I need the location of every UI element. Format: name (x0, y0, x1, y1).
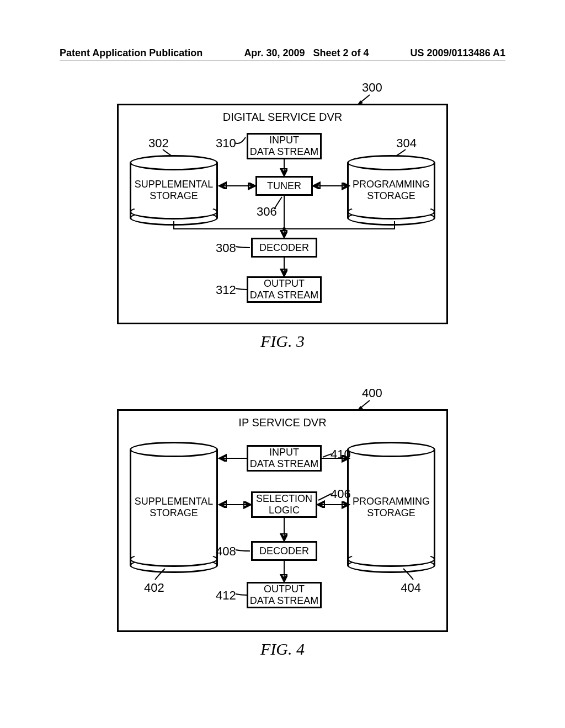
figure-3: 300 DIGITAL SERVICE DVR SUPPLEMENTAL STO… (0, 77, 565, 351)
box-title: DIGITAL SERVICE DVR (119, 105, 446, 127)
pub-number: US 2009/0113486 A1 (411, 47, 505, 59)
digital-service-dvr-box: DIGITAL SERVICE DVR SUPPLEMENTAL STORAGE… (117, 104, 448, 324)
fig4-caption: FIG. 4 (0, 640, 565, 659)
input-block: INPUT DATA STREAM (247, 133, 322, 159)
programming-storage-label: PROGRAMMING STORAGE (353, 179, 430, 201)
ip-service-dvr-box: IP SERVICE DVR SUPPLEMENTAL STORAGE 402 … (117, 409, 448, 632)
ref-402: 402 (144, 581, 164, 595)
programming-storage-cylinder: PROGRAMMING STORAGE (347, 155, 435, 226)
input-block: INPUT DATA STREAM (247, 445, 322, 472)
ref-308: 308 (216, 241, 236, 255)
header-rule (60, 61, 505, 61)
ref-312: 312 (216, 283, 236, 297)
figure-4: 400 IP SERVICE DVR SUPPLEMENTAL STORAGE … (0, 383, 565, 659)
ref-406: 406 (331, 487, 351, 501)
programming-storage-label: PROGRAMMING STORAGE (353, 496, 430, 518)
fig3-caption: FIG. 3 (0, 332, 565, 351)
ref-412: 412 (216, 588, 236, 603)
ref-306: 306 (257, 205, 277, 219)
ref-302: 302 (148, 136, 169, 151)
supplemental-storage-cylinder: SUPPLEMENTAL STORAGE (130, 442, 218, 573)
ref-400: 400 (362, 386, 382, 400)
output-block: OUTPUT DATA STREAM (247, 582, 322, 608)
pub-type: Patent Application Publication (60, 47, 202, 59)
ref-404: 404 (401, 581, 421, 595)
selection-logic-block: SELECTION LOGIC (251, 491, 317, 518)
box-title: IP SERVICE DVR (119, 411, 446, 432)
programming-storage-cylinder: PROGRAMMING STORAGE (347, 442, 435, 573)
supplemental-storage-label: SUPPLEMENTAL STORAGE (135, 179, 214, 201)
supplemental-storage-label: SUPPLEMENTAL STORAGE (135, 496, 214, 518)
ref-310: 310 (216, 136, 236, 151)
decoder-block: DECODER (251, 541, 317, 561)
supplemental-storage-cylinder: SUPPLEMENTAL STORAGE (130, 155, 218, 226)
page-header: Patent Application Publication Apr. 30, … (0, 47, 565, 59)
tuner-block: TUNER (255, 176, 313, 196)
output-block: OUTPUT DATA STREAM (247, 276, 322, 303)
svg-point-9 (282, 227, 286, 231)
ref-304: 304 (396, 136, 417, 151)
decoder-block: DECODER (251, 238, 317, 258)
pub-date-sheet: Apr. 30, 2009 Sheet 2 of 4 (244, 47, 369, 59)
ref-300: 300 (362, 81, 382, 95)
ref-408: 408 (216, 544, 236, 559)
